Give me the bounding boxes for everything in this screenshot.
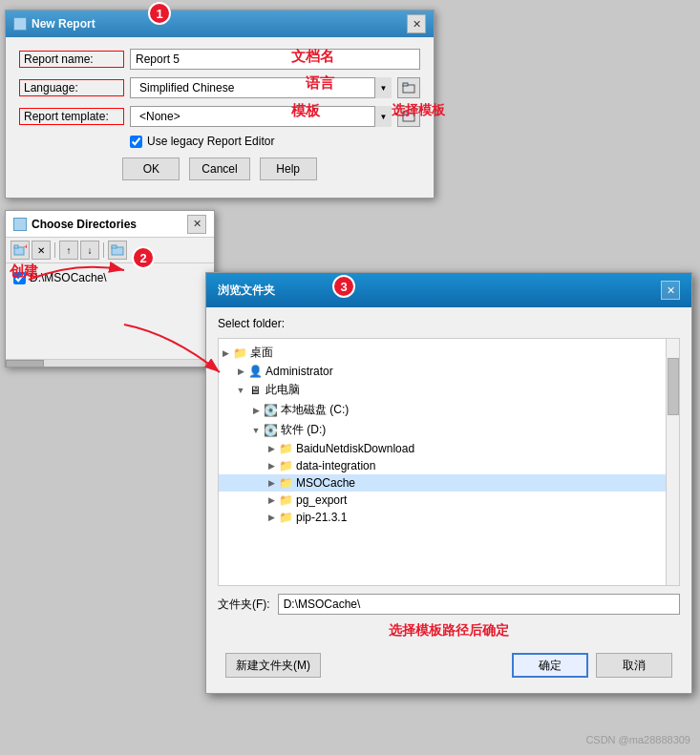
tree-label-dataint: data-integration [296, 459, 375, 472]
folder-icon-dataint: 📁 [278, 459, 293, 472]
browse-folder-title: 浏览文件夹 [218, 283, 275, 299]
disk-icon-c: 💽 [263, 404, 278, 417]
tree-item-msocache[interactable]: ▶ 📁 MSOCache [219, 474, 679, 492]
annotation-2-circle: 2 [132, 246, 155, 269]
tree-toggle-msocache: ▶ [265, 476, 278, 490]
tree-item-ddrive[interactable]: ▼ 💽 软件 (D:) [219, 420, 679, 440]
ok-button[interactable]: OK [122, 157, 180, 180]
annotation-3-circle: 3 [332, 275, 355, 298]
new-report-close-button[interactable]: ✕ [407, 14, 426, 33]
language-select-wrapper: Simplified Chinese ▼ [130, 77, 392, 98]
browse-right-buttons: 确定 取消 [512, 653, 672, 678]
tree-item-admin[interactable]: ▶ 👤 Administrator [219, 363, 679, 380]
annotation-1-circle: 1 [148, 2, 171, 25]
tree-label-pip: pip-21.3.1 [296, 511, 347, 524]
tree-toggle-pip: ▶ [265, 511, 278, 524]
dialog-icon [13, 17, 27, 31]
template-select-wrapper: <None> ▼ [130, 106, 392, 127]
svg-rect-5 [14, 245, 18, 248]
tree-toggle-thispc: ▼ [234, 384, 247, 397]
new-report-buttons: OK Cancel Help [19, 157, 420, 186]
new-report-titlebar: New Report ✕ [6, 10, 434, 37]
folder-icon-baidu: 📁 [278, 442, 293, 455]
tree-label-ddrive: 软件 (D:) [281, 422, 326, 438]
tree-toggle-ddrive: ▼ [249, 424, 263, 437]
language-select[interactable]: Simplified Chinese [130, 77, 392, 98]
tree-item-pgexport[interactable]: ▶ 📁 pg_export [219, 492, 679, 509]
tree-scrollbar[interactable] [666, 339, 679, 585]
tree-label-baidu: BaiduNetdiskDownload [296, 442, 414, 455]
folder-path-label: 文件夹(F): [218, 597, 270, 613]
tree-item-pip[interactable]: ▶ 📁 pip-21.3.1 [219, 509, 679, 526]
folder-icon-pip: 📁 [278, 511, 293, 524]
annotation-language: 语言 [306, 74, 334, 93]
language-browse-button[interactable] [397, 77, 420, 98]
browse-left-buttons: 新建文件夹(M) [225, 653, 321, 678]
tree-item-cdrive[interactable]: ▶ 💽 本地磁盘 (C:) [219, 400, 679, 420]
folder-icon-msocache: 📁 [278, 476, 293, 490]
arrow-dir-to-browse [115, 315, 229, 391]
folder-tree[interactable]: ▶ 📁 桌面 ▶ 👤 Administrator ▼ 🖥 此电脑 [219, 339, 679, 585]
annotation-template: 模板 [291, 102, 320, 120]
tree-toggle-pgexport: ▶ [265, 493, 278, 507]
scrollbar-thumb [6, 360, 44, 367]
svg-rect-1 [403, 83, 408, 86]
tree-label-cdrive: 本地磁盘 (C:) [281, 402, 349, 418]
browse-body: Select folder: ▶ 📁 桌面 ▶ 👤 Administrator … [206, 307, 691, 693]
browse-action-row: 新建文件夹(M) 确定 取消 [218, 647, 680, 683]
browse-cancel-button[interactable]: 取消 [596, 653, 672, 678]
template-select[interactable]: <None> [130, 106, 392, 127]
tree-toggle-baidu: ▶ [265, 442, 278, 455]
report-name-row: Report name: [19, 49, 420, 70]
tree-item-desktop[interactable]: ▶ 📁 桌面 [219, 343, 679, 363]
new-report-title: New Report [32, 17, 95, 31]
tree-label-pgexport: pg_export [296, 493, 347, 507]
svg-rect-8 [112, 245, 117, 248]
tree-item-baidu[interactable]: ▶ 📁 BaiduNetdiskDownload [219, 440, 679, 457]
svg-text:+: + [24, 243, 27, 251]
annotation-docname: 文档名 [291, 48, 334, 66]
tree-toggle-dataint: ▶ [265, 459, 278, 472]
folder-path-row: 文件夹(F): [218, 594, 680, 615]
annotation-select-template: 选择模板 [392, 102, 445, 119]
language-label: Language: [19, 79, 124, 96]
tree-toggle-cdrive: ▶ [249, 404, 263, 417]
tree-item-thispc[interactable]: ▼ 🖥 此电脑 [219, 380, 679, 400]
tree-label-thispc: 此电脑 [265, 382, 300, 398]
legacy-editor-label: Use legacy Report Editor [147, 135, 274, 148]
folder-icon-desktop: 📁 [232, 346, 247, 360]
language-row: Language: Simplified Chinese ▼ [19, 77, 420, 98]
template-label: Report template: [19, 108, 124, 125]
folder-icon-pgexport: 📁 [278, 493, 293, 507]
person-icon-admin: 👤 [247, 365, 263, 378]
choose-dir-close-button[interactable]: ✕ [187, 215, 206, 234]
help-button[interactable]: Help [260, 157, 317, 180]
select-folder-label: Select folder: [218, 317, 680, 330]
tree-item-dataint[interactable]: ▶ 📁 data-integration [219, 457, 679, 474]
tree-label-msocache: MSOCache [296, 476, 355, 490]
folder-path-input[interactable] [278, 594, 680, 615]
confirm-button[interactable]: 确定 [512, 653, 588, 678]
browse-folder-dialog: 浏览文件夹 ✕ Select folder: ▶ 📁 桌面 ▶ 👤 Admini… [205, 272, 692, 694]
report-name-input[interactable] [130, 49, 420, 70]
cancel-button[interactable]: Cancel [189, 157, 249, 180]
legacy-editor-checkbox[interactable] [130, 136, 142, 148]
annotation-create: 创建 [10, 262, 38, 281]
choose-dir-icon [13, 218, 27, 231]
browse-footer-annotation: 选择模板路径后确定 [218, 622, 680, 640]
new-report-body: Report name: Language: Simplified Chines… [6, 37, 434, 198]
template-row: Report template: <None> ▼ [19, 106, 420, 127]
computer-icon: 🖥 [247, 384, 263, 397]
browse-folder-titlebar: 浏览文件夹 ✕ [206, 273, 691, 307]
tree-label-desktop: 桌面 [250, 345, 273, 361]
new-folder-button[interactable]: 新建文件夹(M) [225, 653, 321, 678]
scrollbar-thumb-tree [668, 358, 679, 415]
watermark: CSDN @ma28888309 [585, 734, 690, 745]
report-name-label: Report name: [19, 51, 124, 68]
choose-dir-titlebar: Choose Directories ✕ [6, 211, 214, 238]
disk-icon-d: 💽 [263, 424, 278, 437]
tree-label-admin: Administrator [265, 365, 333, 378]
new-report-dialog: New Report ✕ Report name: Language: Simp… [5, 10, 435, 199]
browse-folder-close-button[interactable]: ✕ [661, 281, 680, 300]
checkbox-row: Use legacy Report Editor [130, 135, 420, 148]
